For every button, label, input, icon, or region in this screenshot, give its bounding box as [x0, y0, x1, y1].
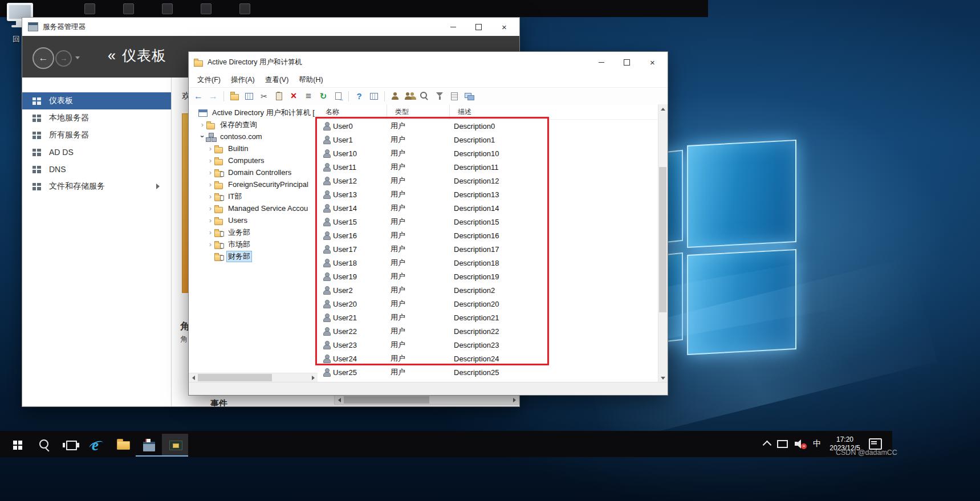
chevron-collapsed-icon[interactable] [207, 228, 214, 237]
export-list-icon[interactable] [332, 90, 344, 103]
paste-icon[interactable] [273, 90, 285, 103]
minimize-button[interactable] [440, 18, 466, 36]
tree-item[interactable]: IT部 [189, 190, 318, 202]
aduc-titlebar[interactable]: Active Directory 用户和计算机 × [189, 52, 668, 72]
sm-sidebar-item[interactable]: 文件和存储服务 [22, 178, 171, 195]
chevron-expanded-icon[interactable] [199, 132, 206, 141]
close-button[interactable]: × [491, 18, 517, 36]
search-button[interactable] [31, 434, 57, 457]
user-row[interactable]: User0用户Description0 [318, 119, 658, 133]
mmc-console-button[interactable] [162, 434, 188, 457]
scroll-left-icon[interactable] [335, 396, 344, 404]
tree-item[interactable]: 财务部 [189, 250, 318, 262]
tree-item[interactable]: ForeignSecurityPrincipal [189, 178, 318, 190]
scrollbar-thumb[interactable] [198, 374, 272, 381]
tree-horizontal-scrollbar[interactable] [189, 373, 318, 382]
scroll-up-icon[interactable] [658, 104, 667, 113]
forward-button[interactable]: → [55, 50, 72, 67]
console-tree-icon[interactable] [228, 90, 241, 103]
column-header[interactable]: 名称 [318, 104, 387, 119]
tree-item[interactable]: Builtin [189, 142, 318, 154]
sm-titlebar[interactable]: 服务器管理器 × [22, 18, 519, 36]
properties-icon[interactable] [243, 90, 255, 103]
list-view-icon[interactable] [302, 90, 315, 103]
scroll-down-icon[interactable] [658, 373, 667, 382]
tree-item[interactable]: Computers [189, 154, 318, 166]
user-row[interactable]: User19用户Description19 [318, 270, 658, 283]
user-row[interactable]: User25用户Description25 [318, 365, 658, 379]
volume-muted-icon[interactable]: × [794, 439, 807, 449]
user-row[interactable]: User14用户Description14 [318, 201, 658, 215]
maximize-button[interactable] [614, 52, 640, 72]
user-row[interactable]: User2用户Description2 [318, 283, 658, 297]
tree-item[interactable]: Managed Service Accou [189, 202, 318, 214]
sm-sidebar-item[interactable]: 仪表板 [22, 92, 171, 109]
tree-item[interactable]: contoso.com [189, 131, 318, 142]
scroll-left-icon[interactable] [189, 373, 198, 382]
tree-item[interactable]: Domain Controllers [189, 166, 318, 178]
action-center-icon[interactable] [869, 438, 882, 450]
user-row[interactable]: User20用户Description20 [318, 297, 658, 311]
back-icon[interactable] [192, 90, 205, 103]
tree-item[interactable]: 业务部 [189, 226, 318, 238]
sm-sidebar-item[interactable]: AD DS [22, 144, 171, 161]
menu-item[interactable]: 查看(V) [260, 75, 294, 85]
user-row[interactable]: User18用户Description18 [318, 256, 658, 270]
chevron-collapsed-icon[interactable] [199, 120, 206, 129]
close-button[interactable]: × [640, 52, 665, 72]
ime-indicator[interactable]: 中 [813, 439, 821, 449]
sm-sidebar-item[interactable]: 所有服务器 [22, 127, 171, 144]
forward-icon[interactable] [207, 90, 219, 103]
tree-item[interactable]: Active Directory 用户和计算机 [ [189, 107, 318, 119]
menu-item[interactable]: 操作(A) [226, 75, 260, 85]
user-row[interactable]: User22用户Description22 [318, 324, 658, 338]
refresh-icon[interactable] [317, 90, 330, 103]
create-user-icon[interactable] [389, 90, 401, 103]
history-dropdown-icon[interactable] [75, 56, 80, 59]
cut-icon[interactable] [258, 90, 270, 103]
tree-item[interactable]: 市场部 [189, 238, 318, 250]
chevron-collapsed-icon[interactable] [207, 216, 214, 225]
delete-icon[interactable] [287, 90, 300, 103]
file-explorer-button[interactable] [109, 434, 136, 457]
filter-icon[interactable] [433, 90, 446, 103]
maximize-button[interactable] [466, 18, 491, 36]
tree-item[interactable]: Users [189, 214, 318, 226]
tree-item[interactable]: 保存的查询 [189, 119, 318, 131]
chevron-collapsed-icon[interactable] [207, 168, 214, 177]
scroll-right-icon[interactable] [308, 373, 318, 382]
submenu-arrow-icon[interactable] [156, 184, 160, 189]
help-icon[interactable] [353, 90, 365, 103]
back-button[interactable]: ← [32, 47, 54, 69]
server-manager-button[interactable] [136, 434, 162, 457]
chevron-collapsed-icon[interactable] [207, 204, 214, 213]
minimize-button[interactable] [588, 52, 614, 72]
user-row[interactable]: User24用户Description24 [318, 352, 658, 365]
column-header[interactable]: 描述 [450, 104, 658, 119]
user-row[interactable]: User1用户Description1 [318, 133, 658, 146]
edit-icon[interactable] [448, 90, 461, 103]
sm-horizontal-scrollbar[interactable] [334, 395, 519, 405]
scroll-right-icon[interactable] [510, 396, 519, 404]
user-row[interactable]: User17用户Description17 [318, 242, 658, 256]
user-row[interactable]: User16用户Description16 [318, 229, 658, 242]
scrollbar-thumb[interactable] [659, 167, 666, 312]
user-row[interactable]: User10用户Description10 [318, 146, 658, 160]
find-icon[interactable] [418, 90, 431, 103]
user-row[interactable]: User23用户Description23 [318, 338, 658, 352]
computers-icon[interactable] [463, 90, 475, 103]
internet-explorer-button[interactable] [83, 434, 109, 457]
task-view-button[interactable] [57, 434, 83, 457]
user-row[interactable]: User13用户Description13 [318, 188, 658, 201]
sm-sidebar-item[interactable]: DNS [22, 161, 171, 178]
column-header[interactable]: 类型 [387, 104, 450, 119]
start-button[interactable] [5, 434, 31, 457]
view-options-icon[interactable] [368, 90, 380, 103]
network-icon[interactable] [776, 439, 788, 449]
user-row[interactable]: User21用户Description21 [318, 311, 658, 324]
user-row[interactable]: User15用户Description15 [318, 215, 658, 229]
menu-item[interactable]: 帮助(H) [294, 75, 328, 85]
scrollbar-thumb[interactable] [344, 396, 429, 404]
chevron-collapsed-icon[interactable] [207, 144, 214, 153]
chevron-collapsed-icon[interactable] [207, 192, 214, 201]
